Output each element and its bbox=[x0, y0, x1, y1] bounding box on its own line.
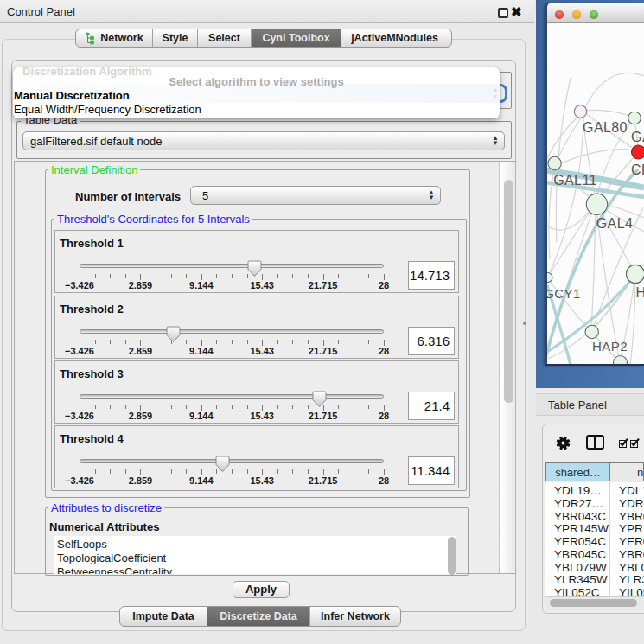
svg-text:GA: GA bbox=[631, 130, 644, 144]
svg-text:GCY1: GCY1 bbox=[544, 286, 580, 301]
svg-text:GAL80: GAL80 bbox=[583, 120, 628, 135]
svg-text:CR: CR bbox=[631, 163, 644, 177]
svg-text:GAL4: GAL4 bbox=[596, 216, 634, 231]
svg-text:GAL11: GAL11 bbox=[553, 173, 597, 188]
svg-text:HAP2: HAP2 bbox=[592, 339, 628, 354]
svg-text:HI: HI bbox=[636, 285, 644, 300]
